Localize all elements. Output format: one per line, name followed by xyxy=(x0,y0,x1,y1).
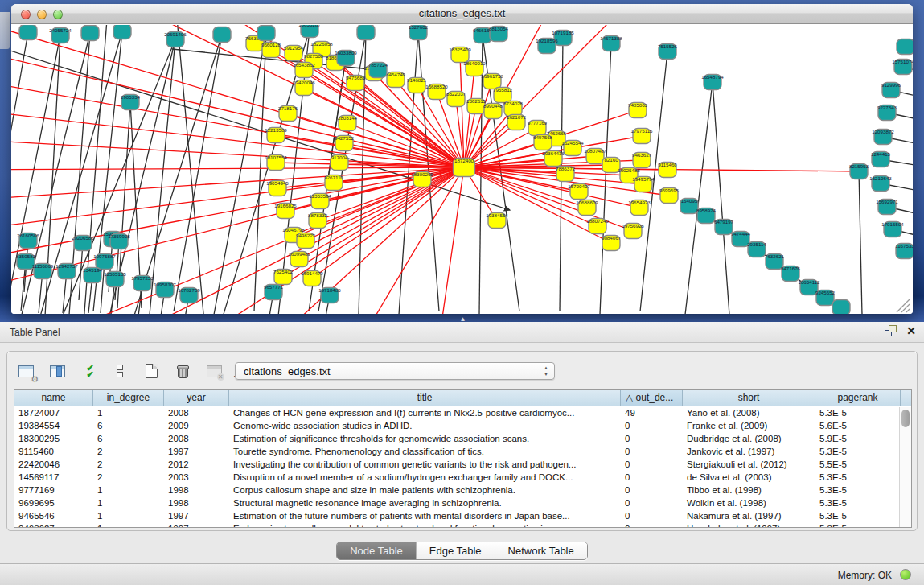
table-cell: 14569117 xyxy=(14,471,93,484)
graph-node-label: 17359928 xyxy=(108,233,130,239)
graph-node[interactable] xyxy=(19,25,37,40)
table-panel-header: Table Panel ✕ xyxy=(0,322,924,343)
table-cell: Structural magnetic resonance image aver… xyxy=(229,496,621,509)
column-header-pagerank[interactable]: pagerank xyxy=(815,390,901,406)
table-cell: Estimation of the future numbers of pati… xyxy=(229,509,621,522)
graph-node[interactable] xyxy=(113,25,131,39)
close-panel-icon[interactable]: ✕ xyxy=(906,325,916,336)
table-cell: 5.9E-5 xyxy=(815,432,901,445)
graph-node[interactable] xyxy=(897,39,913,55)
graph-node-label: 22420046 xyxy=(293,80,315,85)
graph-node[interactable] xyxy=(81,26,99,41)
table-row[interactable]: 969969511998Structural magnetic resonanc… xyxy=(14,496,911,509)
column-select-icon[interactable] xyxy=(47,360,68,381)
table-cell: 1998 xyxy=(164,496,229,509)
column-header-out-de-[interactable]: △ out_de... xyxy=(621,390,683,406)
graph-node[interactable] xyxy=(357,25,375,40)
graph-node-label: 9660128 xyxy=(261,42,281,47)
graph-node-label: 19218596 xyxy=(536,38,558,43)
table-settings-icon[interactable]: ⚙ xyxy=(15,360,36,381)
application-screen: citations_edges.txt 76638229660128591295… xyxy=(0,0,924,585)
table-cell: 49 xyxy=(621,406,683,419)
column-header-year[interactable]: year xyxy=(164,390,229,406)
column-header-name[interactable]: name xyxy=(14,390,93,406)
graph-node-label: 164095 xyxy=(681,198,698,204)
graph-node-label: 7515526 xyxy=(658,43,678,49)
graph-node[interactable] xyxy=(257,26,275,41)
graph-node-label: 9427552 xyxy=(335,135,355,141)
graph-node-label: 9699695 xyxy=(659,187,680,193)
table-row[interactable]: 946554611997Estimation of the future num… xyxy=(14,509,911,522)
table-cell: Corpus callosum shape and size in male p… xyxy=(229,484,621,496)
network-canvas[interactable]: 7663822966012859129541822605898275088186… xyxy=(11,25,913,314)
float-window-icon[interactable] xyxy=(885,325,897,336)
table-row[interactable]: 1456911722003Disruption of a novel membe… xyxy=(14,471,911,484)
tab-node-table[interactable]: Node Table xyxy=(337,542,417,559)
table-row[interactable]: 1830029562008Estimation of significance … xyxy=(14,432,911,445)
table-row[interactable]: 1872400712008Changes of HCN gene express… xyxy=(14,406,911,419)
graph-node[interactable] xyxy=(213,27,231,43)
graph-node-label: 18107554 xyxy=(265,154,287,160)
table-cell: 2003 xyxy=(164,471,229,484)
graph-node-label: 16033809 xyxy=(335,50,357,56)
graph-node-label: 16914479 xyxy=(301,270,323,276)
column-header-short[interactable]: short xyxy=(683,390,815,406)
graph-node-label: 10654112 xyxy=(798,279,820,285)
graph-node[interactable] xyxy=(832,300,850,315)
graph-node-label: 17016504 xyxy=(881,221,904,227)
graph-node-label: 9267110 xyxy=(324,175,343,180)
table-cell: 2 xyxy=(93,445,164,458)
graph-node-label: 19718485 xyxy=(318,287,341,293)
table-row[interactable]: 911546021997Tourette syndrome. Phenomeno… xyxy=(14,445,911,458)
table-cell: 9115460 xyxy=(14,445,93,458)
vertical-scrollbar[interactable] xyxy=(899,407,911,527)
graph-node-label: 82160 xyxy=(604,157,618,163)
graph-node-label: 15720407 xyxy=(568,183,590,189)
graph-node-label: 9129996 xyxy=(881,82,901,88)
graph-node-label: 16961758 xyxy=(481,73,503,79)
graph-node-label: 16245544 xyxy=(561,140,584,146)
table-cell: 1997 xyxy=(164,445,229,458)
graph-node-label: 9227343 xyxy=(877,105,897,110)
graph-node-label: 9474444 xyxy=(731,231,751,237)
graph-node-label: 16782759 xyxy=(178,287,200,293)
row-height-icon[interactable] xyxy=(109,360,130,381)
tab-network-table[interactable]: Network Table xyxy=(495,542,587,559)
table-cell: Jankovic et al. (1997) xyxy=(683,445,815,458)
table-cell: 0 xyxy=(621,445,683,458)
graph-node-label: 2905334 xyxy=(121,94,141,100)
table-header-row: namein_degreeyeartitle△ out_de...shortpa… xyxy=(14,390,911,406)
graph-node-label: 18226058 xyxy=(310,41,333,47)
column-header-in-degree[interactable]: in_degree xyxy=(93,390,164,406)
graph-node-label: 5912954 xyxy=(284,45,304,51)
graph-node-label: 18325419 xyxy=(449,47,471,52)
select-rows-icon[interactable] xyxy=(78,360,99,381)
table-selector-combobox[interactable]: citations_edges.txt ▲▼ xyxy=(235,362,555,380)
scrollbar-thumb[interactable] xyxy=(901,410,910,427)
column-header-title[interactable]: title xyxy=(229,390,621,406)
table-cell: 5.3E-5 xyxy=(815,445,901,458)
table-tabbar: Node TableEdge TableNetwork Table xyxy=(0,538,924,563)
desktop-background: citations_edges.txt 76638229660128591295… xyxy=(0,0,924,322)
table-row[interactable]: 2242004622012Investigating the contribut… xyxy=(14,458,911,471)
background-window-edge xyxy=(0,12,10,49)
table-row[interactable]: 977716911998Corpus callosum shape and si… xyxy=(14,484,911,496)
table-row[interactable]: 946362711997Embryonic stem cells: a mode… xyxy=(14,522,911,528)
window-titlebar[interactable]: citations_edges.txt xyxy=(11,4,913,24)
graph-node-label: 9777169 xyxy=(528,120,548,126)
delete-table-icon[interactable] xyxy=(203,360,224,381)
tab-edge-table[interactable]: Edge Table xyxy=(417,542,495,559)
graph-node-label: 14671388 xyxy=(600,35,622,41)
table-cell: 2012 xyxy=(164,458,229,471)
new-table-icon[interactable] xyxy=(141,360,162,381)
table-row[interactable]: 1938455462009Genome-wide association stu… xyxy=(14,419,911,432)
graph-node-label: 15688520 xyxy=(425,84,448,89)
node-table: namein_degreeyeartitle△ out_de...shortpa… xyxy=(14,389,912,528)
table-panel-body: ⚙ƒ(x) citations_edges.txt ▲▼ namein_degr… xyxy=(0,343,924,538)
graph-node-label: 6497568 xyxy=(533,134,553,140)
graph-node-label: 9657771 xyxy=(264,284,284,290)
delete-rows-icon[interactable] xyxy=(172,360,193,381)
graph-node-label: 12505135 xyxy=(104,271,126,277)
table-cell: 0 xyxy=(621,458,683,471)
graph-node-label: 9084067 xyxy=(602,235,622,241)
